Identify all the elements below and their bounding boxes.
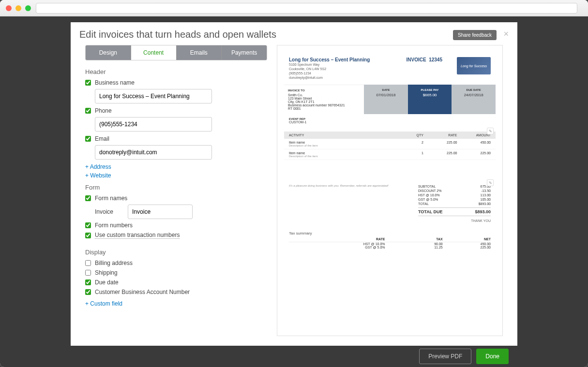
line-row: Item nameDescription of the item 1225.00… bbox=[284, 149, 496, 160]
phone-input[interactable] bbox=[95, 117, 212, 132]
duedate-checkbox[interactable] bbox=[85, 279, 91, 285]
bill-to: INVOICE TO Smith Co. 123 Main Street Cit… bbox=[284, 85, 364, 114]
custom-tx-label: Use custom transaction numbers bbox=[95, 232, 180, 239]
preview-pdf-button[interactable]: Preview PDF bbox=[419, 349, 471, 364]
modal-body: Design Content Emails Payments Header Bu… bbox=[71, 45, 517, 346]
modal-title: Edit invoices that turn heads and open w… bbox=[79, 29, 276, 40]
modal-footer: Preview PDF Done bbox=[71, 346, 517, 367]
company-addr1: 5100 Spectrum Way bbox=[289, 62, 407, 67]
form-numbers-row[interactable]: Form numbers bbox=[85, 222, 267, 229]
billing-label: Billing address bbox=[95, 260, 133, 266]
billing-row[interactable]: Billing address bbox=[85, 260, 267, 266]
pay-col: PLEASE PAY$665.00 bbox=[408, 85, 452, 114]
section-header: Header bbox=[85, 68, 267, 75]
tab-payments[interactable]: Payments bbox=[222, 45, 267, 60]
duedate-label: Due date bbox=[95, 279, 119, 286]
invoice-label: Invoice bbox=[95, 208, 113, 215]
invoice-preview[interactable]: Long for Success – Event Planning 5100 S… bbox=[277, 45, 503, 336]
invoice-name-input[interactable] bbox=[128, 205, 193, 219]
event-rep: EVENT REPCUSTOM-1 bbox=[284, 114, 496, 127]
company-addr2: Cooksville, ON L4W 5S2 bbox=[289, 67, 407, 71]
form-names-checkbox[interactable] bbox=[85, 195, 91, 201]
billing-checkbox[interactable] bbox=[85, 260, 91, 266]
thank-you-note: It's a pleasure doing business with you.… bbox=[289, 184, 418, 222]
info-band: INVOICE TO Smith Co. 123 Main Street Cit… bbox=[284, 85, 496, 114]
add-website-link[interactable]: + Website bbox=[85, 172, 267, 179]
business-name-row[interactable]: Business name bbox=[85, 79, 267, 86]
due-col: DUE DATE24/07/2018 bbox=[452, 85, 496, 114]
shipping-row[interactable]: Shipping bbox=[85, 269, 267, 276]
edit-totals-icon[interactable]: ✎ bbox=[487, 179, 494, 186]
shipping-label: Shipping bbox=[95, 269, 118, 276]
shipping-checkbox[interactable] bbox=[85, 270, 91, 276]
invoice-header: Long for Success – Event Planning 5100 S… bbox=[284, 52, 496, 85]
company-email: donotreply@intuit.com bbox=[289, 75, 407, 80]
custom-tx-row[interactable]: Use custom transaction numbers bbox=[85, 232, 267, 239]
company-phone: (905)555-1234 bbox=[289, 71, 407, 75]
date-col: DATE07/01/2018 bbox=[364, 85, 408, 114]
titlebar bbox=[0, 0, 588, 16]
ban-checkbox[interactable] bbox=[85, 289, 91, 295]
content-panel: Design Content Emails Payments Header Bu… bbox=[85, 45, 267, 336]
close-window-icon[interactable] bbox=[6, 5, 12, 11]
form-names-label: Form names bbox=[95, 195, 127, 202]
tax-summary: Tax summary RATETAXNET HST @ 10.0%90.004… bbox=[284, 227, 496, 253]
edit-section-icon[interactable]: ✎ bbox=[487, 128, 494, 134]
custom-tx-checkbox[interactable] bbox=[85, 233, 91, 238]
company-logo: Long for Success bbox=[457, 57, 491, 74]
add-address-link[interactable]: + Address bbox=[85, 163, 267, 170]
app-body: Edit invoices that turn heads and open w… bbox=[0, 16, 588, 367]
share-feedback-button[interactable]: Share feedback bbox=[453, 30, 497, 40]
tab-emails[interactable]: Emails bbox=[177, 45, 222, 60]
tab-design[interactable]: Design bbox=[86, 45, 131, 60]
address-bar[interactable] bbox=[36, 3, 577, 14]
invoice-editor-modal: Edit invoices that turn heads and open w… bbox=[71, 22, 517, 367]
line-items: ✎ ACTIVITY QTY RATE AMOUNT Item nameDesc… bbox=[284, 132, 496, 179]
company-name: Long for Success – Event Planning bbox=[289, 57, 407, 62]
window-controls bbox=[6, 5, 31, 11]
section-form: Form bbox=[85, 184, 267, 191]
invoice-document: Long for Success – Event Planning 5100 S… bbox=[284, 52, 496, 253]
ban-label: Customer Business Account Number bbox=[95, 289, 190, 295]
items-header: ACTIVITY QTY RATE AMOUNT bbox=[284, 132, 496, 139]
email-input[interactable] bbox=[95, 145, 212, 160]
app-window: Edit invoices that turn heads and open w… bbox=[0, 0, 588, 367]
line-row: Item nameDescription of the item 2225.00… bbox=[284, 139, 496, 149]
invoice-number: INVOICE 12345 bbox=[407, 57, 443, 80]
modal-header: Edit invoices that turn heads and open w… bbox=[71, 22, 517, 45]
close-icon[interactable]: × bbox=[503, 29, 509, 39]
email-checkbox[interactable] bbox=[85, 136, 91, 142]
totals: It's a pleasure doing business with you.… bbox=[284, 179, 496, 227]
done-button[interactable]: Done bbox=[476, 349, 509, 364]
business-name-checkbox[interactable] bbox=[85, 80, 91, 86]
phone-checkbox[interactable] bbox=[85, 108, 91, 114]
email-label: Email bbox=[95, 135, 109, 142]
add-custom-field-link[interactable]: + Custom field bbox=[85, 300, 267, 307]
phone-row[interactable]: Phone bbox=[85, 107, 267, 114]
section-display: Display bbox=[85, 249, 267, 256]
form-numbers-checkbox[interactable] bbox=[85, 222, 91, 228]
phone-label: Phone bbox=[95, 107, 112, 114]
ban-row[interactable]: Customer Business Account Number bbox=[85, 289, 267, 295]
zoom-window-icon[interactable] bbox=[25, 5, 31, 11]
invoice-name-row: Invoice bbox=[95, 205, 267, 219]
email-row[interactable]: Email bbox=[85, 135, 267, 142]
duedate-row[interactable]: Due date bbox=[85, 279, 267, 286]
form-names-row[interactable]: Form names bbox=[85, 195, 267, 202]
minimize-window-icon[interactable] bbox=[15, 5, 21, 11]
tabs: Design Content Emails Payments bbox=[85, 45, 267, 60]
business-name-label: Business name bbox=[95, 79, 135, 86]
tab-content[interactable]: Content bbox=[131, 45, 177, 60]
business-name-input[interactable] bbox=[95, 89, 212, 103]
form-numbers-label: Form numbers bbox=[95, 222, 133, 229]
